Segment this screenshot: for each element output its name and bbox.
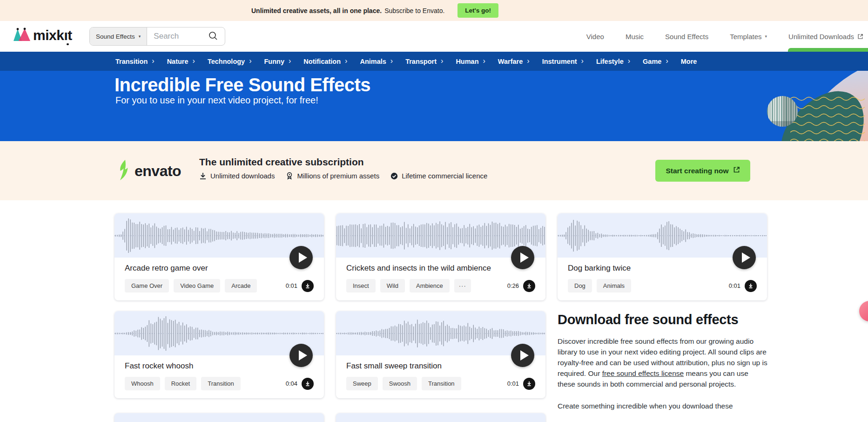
tag-wild[interactable]: Wild — [380, 279, 405, 293]
search-input[interactable] — [147, 27, 206, 45]
sound-card: Crickets and insects in the wild ambienc… — [336, 213, 545, 300]
download-button[interactable] — [523, 280, 535, 292]
category-transition[interactable]: Transition› — [115, 57, 155, 66]
envato-logo[interactable]: envato — [119, 159, 181, 183]
external-link-icon — [857, 34, 863, 40]
category-transport[interactable]: Transport› — [405, 57, 443, 66]
search-category-dropdown[interactable]: Sound Effects ▾ — [90, 27, 147, 45]
category-notification[interactable]: Notification› — [303, 57, 347, 66]
duration-label: 0:01 — [286, 282, 297, 289]
more-tags-button[interactable]: ··· — [454, 279, 471, 293]
sound-title[interactable]: Fast rocket whoosh — [125, 361, 314, 371]
category-more[interactable]: More — [681, 58, 697, 65]
hero-art-waves — [790, 95, 868, 141]
start-creating-now-button[interactable]: Start creating now — [655, 160, 750, 182]
download-button[interactable] — [302, 280, 314, 292]
category-bar: Transition›Nature›Technology›Funny›Notif… — [0, 52, 868, 71]
main-nav: VideoMusicSound EffectsTemplates▾Unlimit… — [586, 21, 866, 52]
hero-section: Incredible Free Sound Effects For you to… — [0, 71, 868, 141]
tag-insect[interactable]: Insect — [346, 279, 376, 293]
chevron-right-icon: › — [193, 57, 195, 65]
nav-item-music[interactable]: Music — [626, 33, 644, 41]
promo-banner-content: Unlimited creative assets, all in one pl… — [251, 0, 498, 21]
nav-active-indicator — [788, 48, 868, 52]
category-technology[interactable]: Technology› — [208, 57, 252, 66]
category-label: Notification — [303, 58, 341, 65]
tag-arcade[interactable]: Arcade — [225, 279, 257, 293]
envato-feature-label: Lifetime commercial licence — [402, 172, 487, 180]
nav-item-templates[interactable]: Templates▾ — [730, 33, 767, 41]
promo-message: Subscribe to Envato. — [384, 7, 444, 14]
nav-item-video[interactable]: Video — [586, 33, 604, 41]
check-icon — [390, 172, 398, 180]
chevron-right-icon: › — [666, 57, 668, 65]
sound-title[interactable]: Fast small sweep transition — [346, 361, 535, 371]
chevron-right-icon: › — [527, 57, 529, 65]
seo-text-block: Download free sound effects Discover inc… — [558, 312, 768, 412]
category-game[interactable]: Game› — [643, 57, 668, 66]
chevron-right-icon: › — [390, 57, 393, 65]
site-header: mixkıt Sound Effects ▾ VideoMusicSound E… — [0, 21, 868, 52]
external-link-icon — [733, 166, 740, 175]
download-button[interactable] — [523, 378, 535, 390]
mixkit-logo-icon — [13, 27, 31, 43]
chat-widget-button[interactable] — [859, 301, 868, 321]
chevron-right-icon: › — [483, 57, 485, 65]
category-label: Warfare — [498, 58, 523, 65]
tag-whoosh[interactable]: Whoosh — [125, 377, 160, 390]
download-button[interactable] — [745, 280, 757, 292]
category-label: Human — [456, 58, 478, 65]
play-button[interactable] — [733, 246, 756, 269]
tag-transition[interactable]: Transition — [422, 377, 461, 390]
tag-swoosh[interactable]: Swoosh — [383, 377, 417, 390]
tag-animals[interactable]: Animals — [597, 279, 631, 293]
tag-dog[interactable]: Dog — [568, 279, 592, 293]
nav-item-unlimited-downloads[interactable]: Unlimited Downloads — [788, 33, 863, 41]
sound-title[interactable]: Dog barking twice — [568, 264, 757, 273]
envato-feature: Unlimited downloads — [199, 172, 275, 180]
category-animals[interactable]: Animals› — [360, 57, 393, 66]
seo-paragraph-2: Create something incredible when you dow… — [558, 401, 768, 412]
sound-card: Dog barking twiceDogAnimals0:01 — [558, 213, 767, 300]
sound-title[interactable]: Arcade retro game over — [125, 264, 314, 273]
play-button[interactable] — [289, 246, 313, 269]
chevron-down-icon: ▾ — [139, 34, 141, 39]
play-button[interactable] — [511, 344, 534, 367]
category-funny[interactable]: Funny› — [264, 57, 291, 66]
search-icon — [208, 31, 218, 42]
tag-video-game[interactable]: Video Game — [174, 279, 220, 293]
category-label: Transition — [115, 58, 148, 65]
sound-title[interactable]: Crickets and insects in the wild ambienc… — [346, 264, 535, 273]
category-lifestyle[interactable]: Lifestyle› — [596, 57, 630, 66]
card-meta: Game OverVideo GameArcade0:01 — [125, 279, 314, 293]
duration-label: 0:26 — [507, 282, 519, 289]
search-submit-button[interactable] — [206, 27, 225, 45]
tag-rocket[interactable]: Rocket — [165, 377, 196, 390]
promo-message-bold: Unlimited creative assets, all in one pl… — [251, 7, 382, 14]
sound-card-partial — [336, 413, 545, 422]
seo-heading: Download free sound effects — [558, 312, 768, 327]
tag-game-over[interactable]: Game Over — [125, 279, 169, 293]
nav-item-label: Templates — [730, 33, 761, 41]
chevron-right-icon: › — [441, 57, 443, 65]
play-button[interactable] — [289, 344, 313, 367]
mixkit-logo[interactable]: mixkıt — [13, 27, 72, 43]
download-button[interactable] — [302, 378, 314, 390]
category-instrument[interactable]: Instrument› — [542, 57, 584, 66]
envato-heading: The unlimited creative subscription — [199, 157, 364, 168]
category-nature[interactable]: Nature› — [167, 57, 195, 66]
tag-ambience[interactable]: Ambience — [410, 279, 450, 293]
tag-transition[interactable]: Transition — [201, 377, 241, 390]
play-button[interactable] — [511, 246, 534, 269]
lets-go-button[interactable]: Let's go! — [458, 3, 498, 18]
category-label: Technology — [208, 58, 245, 65]
category-label: More — [681, 58, 697, 65]
category-warfare[interactable]: Warfare› — [498, 57, 530, 66]
nav-item-sound-effects[interactable]: Sound Effects — [665, 33, 708, 41]
card-meta: InsectWildAmbience···0:26 — [346, 279, 535, 293]
free-sound-effects-license-link[interactable]: free sound effects license — [602, 369, 684, 377]
sound-card: Arcade retro game overGame OverVideo Gam… — [114, 213, 324, 300]
category-human[interactable]: Human› — [456, 57, 485, 66]
tag-sweep[interactable]: Sweep — [346, 377, 378, 390]
nav-item-label: Unlimited Downloads — [788, 33, 854, 41]
